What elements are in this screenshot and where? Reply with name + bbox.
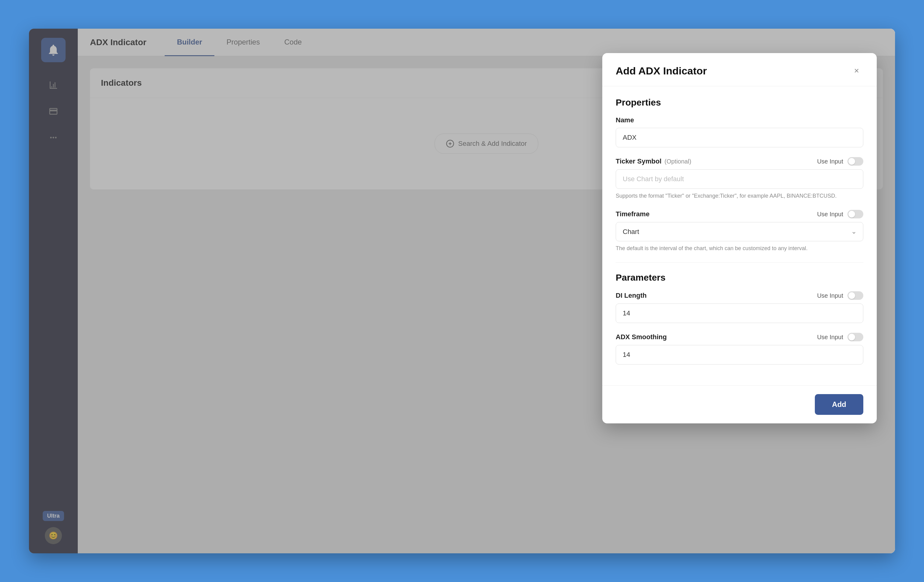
- adx-smoothing-label: ADX Smoothing: [616, 333, 667, 341]
- di-length-field-group: DI Length Use Input: [616, 291, 863, 323]
- add-indicator-modal: Add ADX Indicator × Properties Name Tick…: [602, 53, 877, 423]
- ticker-use-input-label: Use Input: [817, 158, 843, 165]
- parameters-heading: Parameters: [616, 273, 863, 283]
- ticker-label: Ticker Symbol: [616, 157, 662, 165]
- name-input[interactable]: [616, 128, 863, 147]
- ticker-optional-label: (Optional): [665, 158, 691, 165]
- ticker-input[interactable]: [616, 169, 863, 189]
- ticker-field-group: Ticker Symbol (Optional) Use Input Suppo…: [616, 157, 863, 200]
- name-label-row: Name: [616, 116, 863, 124]
- timeframe-select-wrapper: Chart 1 minute 5 minutes 1 hour 1 day: [616, 222, 863, 241]
- timeframe-hint: The default is the interval of the chart…: [616, 244, 863, 253]
- modal-close-button[interactable]: ×: [850, 64, 863, 78]
- adx-smoothing-use-input-row: Use Input: [817, 333, 863, 341]
- ticker-use-input-row: Use Input: [817, 157, 863, 165]
- timeframe-select[interactable]: Chart 1 minute 5 minutes 1 hour 1 day: [616, 222, 863, 241]
- timeframe-use-input-row: Use Input: [817, 210, 863, 218]
- modal-footer: Add: [602, 385, 877, 423]
- di-length-label-row: DI Length Use Input: [616, 291, 863, 300]
- di-length-label: DI Length: [616, 292, 647, 299]
- timeframe-label-row: Timeframe Use Input: [616, 210, 863, 218]
- adx-smoothing-use-input-label: Use Input: [817, 334, 843, 341]
- di-length-use-input-toggle[interactable]: [848, 291, 863, 300]
- timeframe-use-input-label: Use Input: [817, 211, 843, 218]
- modal-header: Add ADX Indicator ×: [602, 53, 877, 86]
- adx-smoothing-use-input-toggle[interactable]: [848, 333, 863, 341]
- ticker-hint: Supports the format "Ticker" or "Exchang…: [616, 192, 863, 200]
- ticker-use-input-toggle[interactable]: [848, 157, 863, 165]
- ticker-label-row: Ticker Symbol (Optional) Use Input: [616, 157, 863, 165]
- timeframe-use-input-toggle[interactable]: [848, 210, 863, 218]
- name-field-group: Name: [616, 116, 863, 147]
- timeframe-label: Timeframe: [616, 210, 650, 218]
- adx-smoothing-label-row: ADX Smoothing Use Input: [616, 333, 863, 341]
- modal-body: Properties Name Ticker Symbol (Optional)…: [602, 86, 877, 385]
- modal-title: Add ADX Indicator: [616, 65, 707, 77]
- timeframe-field-group: Timeframe Use Input Chart 1 minute 5 min…: [616, 210, 863, 253]
- di-length-input[interactable]: [616, 304, 863, 323]
- adx-smoothing-field-group: ADX Smoothing Use Input: [616, 333, 863, 364]
- add-button[interactable]: Add: [815, 394, 863, 415]
- adx-smoothing-input[interactable]: [616, 345, 863, 364]
- name-label: Name: [616, 116, 634, 124]
- properties-heading: Properties: [616, 97, 863, 107]
- di-length-use-input-row: Use Input: [817, 291, 863, 300]
- params-divider: [616, 262, 863, 263]
- di-length-use-input-label: Use Input: [817, 292, 843, 299]
